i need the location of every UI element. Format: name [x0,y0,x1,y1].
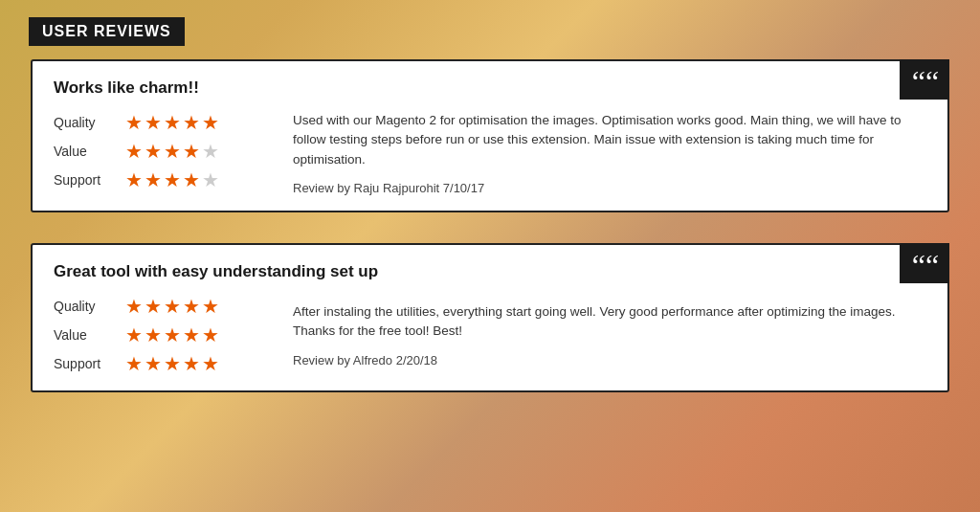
stars-0-0: ★★★★★ [125,111,219,134]
stars-1-2: ★★★★★ [125,352,219,375]
star-filled: ★ [164,168,181,191]
star-filled: ★ [202,352,219,375]
review-text-section-0: Used with our Magento 2 for optimisation… [293,111,926,195]
quote-icon: ““ [900,243,949,283]
star-filled: ★ [125,140,143,163]
star-filled: ★ [145,323,162,346]
star-filled: ★ [145,352,162,375]
review-title-0: Works like charm!! [54,78,926,98]
rating-row-0-1: Value★★★★★ [54,140,264,163]
star-filled: ★ [164,352,181,375]
star-filled: ★ [183,168,200,191]
rating-label-1-1: Value [54,327,116,343]
stars-0-1: ★★★★★ [125,140,219,163]
rating-label-0-1: Value [54,144,116,159]
stars-1-1: ★★★★★ [125,323,219,346]
star-filled: ★ [145,111,162,134]
review-text-section-1: After instaling the utilities, everythin… [293,295,926,375]
star-filled: ★ [145,168,162,191]
rating-row-1-2: Support★★★★★ [54,352,264,375]
review-card-1: ““Great tool with easy understanding set… [31,243,949,392]
star-filled: ★ [125,168,143,191]
star-filled: ★ [164,295,181,318]
rating-row-0-2: Support★★★★★ [54,168,264,191]
star-filled: ★ [202,111,219,134]
star-filled: ★ [183,352,200,375]
review-text-1: After instaling the utilities, everythin… [293,302,926,342]
star-filled: ★ [164,140,181,163]
ratings-section-1: Quality★★★★★Value★★★★★Support★★★★★ [54,295,264,375]
star-filled: ★ [164,323,181,346]
rating-label-0-0: Quality [54,115,116,130]
ratings-section-0: Quality★★★★★Value★★★★★Support★★★★★ [54,111,264,195]
star-filled: ★ [125,111,143,134]
stars-1-0: ★★★★★ [125,295,219,318]
star-filled: ★ [202,295,219,318]
star-empty: ★ [202,140,219,163]
star-filled: ★ [164,111,181,134]
rating-label-0-2: Support [54,172,116,188]
review-text-0: Used with our Magento 2 for optimisation… [293,111,926,169]
rating-label-1-0: Quality [54,299,116,314]
page-header: USER REVIEWS [29,17,185,46]
review-author-0: Review by Raju Rajpurohit 7/10/17 [293,181,926,195]
star-empty: ★ [202,168,219,191]
star-filled: ★ [183,323,200,346]
star-filled: ★ [145,140,162,163]
star-filled: ★ [145,295,162,318]
rating-row-1-1: Value★★★★★ [54,323,264,346]
star-filled: ★ [125,295,143,318]
star-filled: ★ [183,111,200,134]
review-title-1: Great tool with easy understanding set u… [54,262,926,281]
star-filled: ★ [183,140,200,163]
review-author-1: Review by Alfredo 2/20/18 [293,353,926,367]
stars-0-2: ★★★★★ [125,168,219,191]
star-filled: ★ [183,295,200,318]
star-filled: ★ [202,323,219,346]
review-card-0: ““Works like charm!!Quality★★★★★Value★★★… [31,59,949,212]
star-filled: ★ [125,323,143,346]
rating-row-0-0: Quality★★★★★ [54,111,264,134]
quote-icon: ““ [900,59,949,100]
rating-label-1-2: Support [54,356,116,371]
rating-row-1-0: Quality★★★★★ [54,295,264,318]
star-filled: ★ [125,352,143,375]
